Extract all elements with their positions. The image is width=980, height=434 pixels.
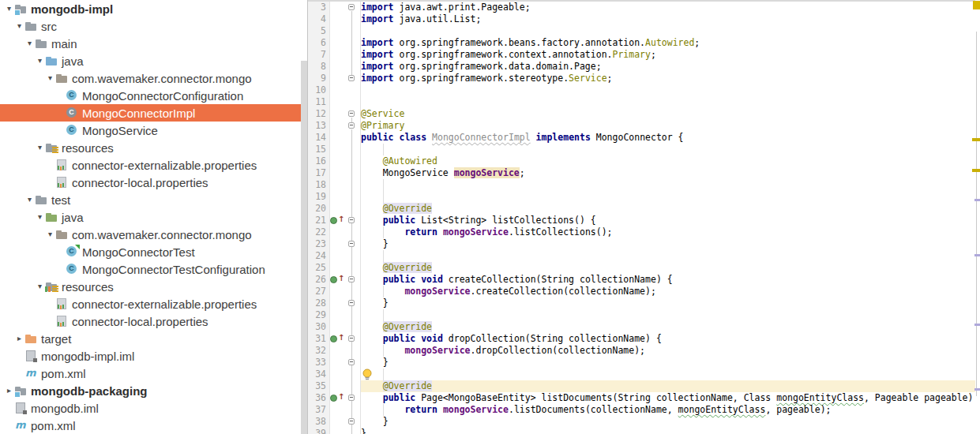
tree-row-mongoconnectorconfiguration[interactable]: MongoConnectorConfiguration	[0, 87, 308, 104]
collapse-arrow-icon[interactable]: ▾	[24, 35, 35, 52]
overriding-method-icon[interactable]: ↑	[330, 334, 346, 344]
expand-arrow-icon[interactable]: ▸	[14, 330, 24, 347]
tree-row-mongodb-impl-iml[interactable]: mongodb-impl.iml	[0, 347, 308, 365]
line-number: 16	[308, 155, 326, 167]
tree-row-src[interactable]: ▾src	[0, 17, 308, 35]
excluded-folder-icon	[24, 332, 38, 345]
tree-row-java[interactable]: ▾java	[0, 208, 308, 226]
fold-end-marker[interactable]	[348, 300, 355, 306]
tree-row-resources[interactable]: ▾resources	[0, 139, 308, 156]
fold-start-marker[interactable]	[348, 217, 355, 223]
fold-end-marker[interactable]	[348, 75, 355, 81]
code-text: }	[361, 238, 389, 250]
tree-row-test[interactable]: ▾test	[0, 191, 308, 208]
project-tree-panel[interactable]: ▾mongodb-impl▾src▾main▾java▾com.wavemake…	[0, 0, 308, 434]
collapse-arrow-icon[interactable]: ▾	[35, 208, 45, 226]
line-number: 9	[308, 73, 326, 84]
line-number: 36	[308, 392, 326, 404]
package-icon	[55, 72, 69, 84]
collapse-arrow-icon[interactable]: ▾	[45, 69, 55, 87]
code-line-26: 26↑ public void createCollection(String …	[308, 274, 980, 286]
tree-row-mongoservice[interactable]: MongoService	[0, 122, 308, 139]
code-line-22: 22 return mongoService.listCollections()…	[308, 226, 980, 238]
code-text: @Autowired	[361, 155, 437, 167]
fold-end-marker[interactable]	[348, 359, 355, 365]
ide-window: ▾mongodb-impl▾src▾main▾java▾com.wavemake…	[0, 0, 980, 434]
collapse-arrow-icon[interactable]: ▾	[24, 191, 35, 208]
code-line-15: 15	[308, 144, 980, 155]
fold-start-marker[interactable]	[348, 395, 355, 401]
fold-end-marker[interactable]	[348, 241, 355, 247]
code-line-9: 9import org.springframework.stereotype.S…	[308, 73, 980, 84]
fold-start-marker[interactable]	[348, 110, 355, 117]
tree-row-main[interactable]: ▾main	[0, 35, 308, 52]
line-number: 37	[308, 404, 326, 416]
tree-row-connector-local-properties[interactable]: connector-local.properties	[0, 312, 308, 330]
code-text: public void dropCollection(String collec…	[361, 333, 662, 345]
line-number: 26	[308, 274, 326, 286]
module-folder-icon	[14, 384, 28, 397]
code-line-25: 25 @Override	[308, 262, 980, 274]
tree-row-mongoconnectorimpl[interactable]: MongoConnectorImpl	[0, 104, 308, 122]
code-text: mongoService.dropCollection(collectionNa…	[361, 345, 645, 357]
tree-row-pom-xml[interactable]: pom.xml	[0, 365, 308, 382]
tree-row-mongoconnectortest[interactable]: MongoConnectorTest	[0, 243, 308, 260]
tree-row-mongodb-impl[interactable]: ▾mongodb-impl	[0, 0, 308, 17]
collapse-arrow-icon[interactable]: ▾	[35, 139, 45, 156]
inspection-status-indicator[interactable]	[973, 1, 980, 9]
properties-icon	[55, 315, 69, 327]
tree-row-connector-externalizable-properties[interactable]: connector-externalizable.properties	[0, 295, 308, 312]
code-text: @Override	[361, 380, 432, 392]
overriding-method-icon[interactable]: ↑	[330, 215, 346, 226]
code-line-33: 33 }	[308, 357, 980, 369]
usage-stripe-mark[interactable]	[974, 199, 980, 201]
tree-row-label: main	[51, 37, 77, 51]
usage-stripe-mark[interactable]	[974, 254, 980, 256]
tree-row-connector-externalizable-properties[interactable]: connector-externalizable.properties	[0, 156, 308, 174]
tree-row-resources[interactable]: ▾resources	[0, 278, 308, 295]
fold-end-marker[interactable]	[348, 122, 355, 129]
line-number: 11	[308, 96, 326, 108]
collapse-arrow-icon[interactable]: ▾	[4, 0, 14, 17]
overriding-method-icon[interactable]: ↑	[330, 275, 346, 285]
line-number: 12	[308, 108, 326, 120]
fold-start-marker[interactable]	[348, 335, 355, 342]
class-icon	[66, 89, 79, 102]
usage-stripe-mark[interactable]	[974, 388, 980, 391]
code-line-39: 39}	[308, 428, 980, 434]
code-line-34: 34	[308, 369, 980, 380]
collapse-arrow-icon[interactable]: ▾	[14, 17, 24, 35]
collapse-arrow-icon[interactable]: ▾	[35, 278, 45, 295]
tree-row-com-wavemaker-connector-mongo[interactable]: ▾com.wavemaker.connector.mongo	[0, 226, 308, 243]
tree-row-java[interactable]: ▾java	[0, 52, 308, 69]
overriding-method-icon[interactable]: ↑	[330, 393, 346, 403]
tree-scrollbar[interactable]	[301, 61, 307, 434]
line-number: 8	[308, 61, 326, 73]
test-resources-folder-icon	[45, 280, 58, 293]
tree-row-target[interactable]: ▸target	[0, 330, 308, 347]
fold-start-marker[interactable]	[348, 4, 355, 10]
fold-start-marker[interactable]	[348, 276, 355, 282]
tree-row-mongodb-packaging[interactable]: ▸mongodb-packaging	[0, 382, 308, 399]
tree-row-pom-xml[interactable]: pom.xml	[0, 417, 308, 434]
code-line-6: 6import org.springframework.beans.factor…	[308, 37, 980, 49]
resources-folder-icon	[45, 141, 58, 154]
code-line-35: 35 @Override	[308, 380, 980, 392]
fold-end-marker[interactable]	[348, 418, 355, 425]
tree-row-mongodb-iml[interactable]: mongodb.iml	[0, 399, 308, 417]
expand-arrow-icon[interactable]: ▸	[4, 382, 14, 399]
warning-stripe-mark[interactable]	[972, 169, 980, 172]
tree-row-com-wavemaker-connector-mongo[interactable]: ▾com.wavemaker.connector.mongo	[0, 69, 308, 87]
collapse-arrow-icon[interactable]: ▾	[45, 226, 55, 243]
line-number: 28	[308, 297, 326, 309]
code-line-37: 37 return mongoService.listDocuments(col…	[308, 404, 980, 416]
collapse-arrow-icon[interactable]: ▾	[35, 52, 45, 69]
tree-row-mongoconnectortestconfiguration[interactable]: MongoConnectorTestConfiguration	[0, 260, 308, 278]
intention-bulb-icon[interactable]	[362, 369, 373, 380]
warning-stripe-mark[interactable]	[972, 138, 980, 141]
module-folder-icon	[14, 2, 28, 15]
code-editor[interactable]: 3import java.awt.print.Pageable;4import …	[308, 0, 980, 434]
tree-row-connector-local-properties[interactable]: connector-local.properties	[0, 174, 308, 191]
code-text: }	[361, 428, 366, 434]
usage-stripe-mark[interactable]	[974, 324, 980, 326]
